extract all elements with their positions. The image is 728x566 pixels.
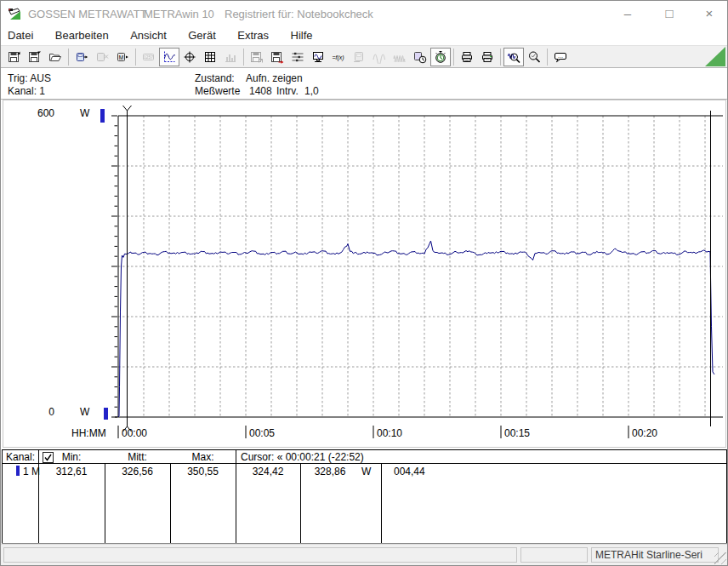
folder-open-icon bbox=[48, 50, 62, 64]
speech-bubble-icon: … bbox=[554, 50, 567, 64]
device-memory-button[interactable]: M bbox=[112, 48, 133, 66]
crosshair-icon bbox=[183, 50, 196, 64]
axes bbox=[111, 116, 723, 438]
device-m-icon: M bbox=[116, 50, 129, 64]
y-axis-min-label: 0 bbox=[27, 406, 54, 418]
channel-settings-button[interactable] bbox=[287, 48, 308, 66]
row-delta-value: 004,44 bbox=[394, 466, 425, 477]
online-monitor-button[interactable] bbox=[308, 48, 328, 66]
interval-label: Intrv. bbox=[276, 85, 299, 97]
svg-text:…: … bbox=[558, 53, 564, 59]
read-device-button[interactable] bbox=[71, 48, 92, 66]
floppy-export-icon bbox=[270, 50, 284, 64]
title-product: METRAwin 10 bbox=[144, 8, 214, 20]
toolbar-separator bbox=[547, 49, 548, 66]
table-view-button[interactable] bbox=[200, 48, 220, 66]
x-axis-tick-label: 00:20 bbox=[632, 427, 657, 439]
y-axis-unit-bottom: W bbox=[80, 406, 89, 418]
measurement-info-panel: Trig: AUS Kanal: 1 Zustand: Aufn. zeigen… bbox=[1, 68, 727, 100]
channel-range-markers bbox=[100, 109, 108, 420]
save-screen-button bbox=[247, 48, 267, 66]
title-bar[interactable]: GOSSEN METRAWATT METRAwin 10 Registriert… bbox=[1, 1, 727, 26]
crosshair-view-button[interactable] bbox=[179, 48, 200, 66]
row-cursor2-value: 328,86 bbox=[300, 466, 360, 477]
digital-signal-button bbox=[390, 48, 410, 66]
menu-bar: Datei Bearbeiten Ansicht Gerät Extras Hi… bbox=[1, 26, 727, 45]
resize-grip[interactable] bbox=[714, 552, 726, 564]
grid bbox=[118, 116, 723, 417]
analog-signal-button bbox=[369, 48, 390, 66]
y-axis-unit-top: W bbox=[80, 107, 89, 119]
table-header-min: Min: bbox=[38, 451, 105, 463]
row-max-value: 350,55 bbox=[170, 466, 236, 477]
interval-value: 1,0 bbox=[304, 85, 319, 97]
floppy-screen-icon bbox=[250, 50, 264, 64]
menu-extras[interactable]: Extras bbox=[237, 26, 269, 42]
menu-hilfe[interactable]: Hilfe bbox=[291, 26, 313, 42]
y-axis-max-label: 600 bbox=[27, 107, 54, 119]
title-company: GOSSEN METRAWATT bbox=[28, 8, 147, 20]
cursor-left[interactable] bbox=[123, 106, 132, 432]
status-bar: METRAHit Starline-Seri bbox=[1, 544, 727, 565]
title-registration: Registriert für: Notebookcheck bbox=[225, 8, 373, 20]
device-clock-icon bbox=[413, 50, 427, 64]
curve-chart-icon bbox=[162, 50, 176, 64]
x-axis-tick-label: 00:00 bbox=[122, 427, 147, 439]
toolbar-separator bbox=[68, 49, 69, 66]
menu-ansicht[interactable]: Ansicht bbox=[130, 26, 167, 42]
device-x-icon bbox=[95, 50, 109, 64]
channel-status: Kanal: 1 bbox=[8, 85, 45, 97]
x-axis-tick-label: 00:05 bbox=[249, 427, 275, 439]
formula-button[interactable]: =f(x) bbox=[328, 48, 349, 66]
print-preview-button[interactable] bbox=[477, 48, 498, 66]
table-header-cursor: Cursor: « 00:00:21 (-22:52) bbox=[241, 451, 364, 463]
connection-status-indicator bbox=[703, 47, 725, 66]
menu-datei[interactable]: Datei bbox=[8, 26, 33, 42]
x-axis-tick-label: 00:10 bbox=[377, 427, 402, 439]
lcd-display-icon: 1257 bbox=[142, 50, 156, 64]
save-file-button[interactable] bbox=[4, 48, 25, 66]
table-header-kanal: Kanal: bbox=[6, 451, 35, 463]
toolbar-separator bbox=[243, 49, 244, 66]
wave-dense-icon bbox=[393, 50, 407, 64]
zoom-curve-button[interactable] bbox=[503, 48, 524, 66]
wave-magnifier-icon bbox=[507, 50, 520, 64]
save-as-button[interactable] bbox=[25, 48, 45, 66]
close-button[interactable]: × bbox=[691, 1, 728, 26]
annotation-button[interactable]: … bbox=[550, 48, 571, 66]
histogram-icon bbox=[224, 50, 237, 64]
open-file-button[interactable] bbox=[45, 48, 65, 66]
print-button[interactable] bbox=[457, 48, 477, 66]
fx-icon: =f(x) bbox=[332, 50, 345, 64]
row-cursor1-value: 324,42 bbox=[236, 466, 300, 477]
menu-bearbeiten[interactable]: Bearbeiten bbox=[55, 26, 109, 42]
data-table-icon bbox=[203, 50, 217, 64]
state-label: Zustand: bbox=[195, 72, 235, 84]
stopwatch-icon bbox=[434, 50, 447, 64]
wave-sparse-icon bbox=[373, 50, 386, 64]
menu-geraet[interactable]: Gerät bbox=[188, 26, 216, 42]
minimize-button[interactable]: – bbox=[609, 1, 646, 26]
export-data-button[interactable] bbox=[267, 48, 287, 66]
histogram-view-button bbox=[220, 48, 241, 66]
power-chart bbox=[3, 100, 725, 447]
disconnect-device-button bbox=[92, 48, 112, 66]
numeric-display-button: 1257 bbox=[139, 48, 159, 66]
samples-label: Meßwerte bbox=[195, 85, 240, 97]
trigger-status: Trig: AUS bbox=[8, 72, 51, 84]
chart-view-button[interactable] bbox=[159, 48, 179, 66]
timer-recording-button[interactable] bbox=[410, 48, 430, 66]
maximize-button[interactable]: □ bbox=[651, 1, 688, 26]
zoom-mode-button[interactable] bbox=[524, 48, 544, 66]
samples-value: 1408 bbox=[249, 85, 272, 97]
status-segment-main bbox=[3, 547, 517, 563]
device-arrow-icon bbox=[75, 50, 88, 64]
device-settings-button bbox=[349, 48, 369, 66]
stopwatch-button[interactable] bbox=[430, 48, 451, 66]
x-axis-format-label: HH:MM bbox=[71, 427, 106, 439]
toolbar-separator bbox=[453, 49, 454, 66]
svg-text:M: M bbox=[119, 54, 123, 60]
row-min-value: 312,61 bbox=[38, 466, 105, 477]
row-channel-number: 1 bbox=[23, 466, 29, 477]
printer-page-icon bbox=[481, 50, 494, 64]
